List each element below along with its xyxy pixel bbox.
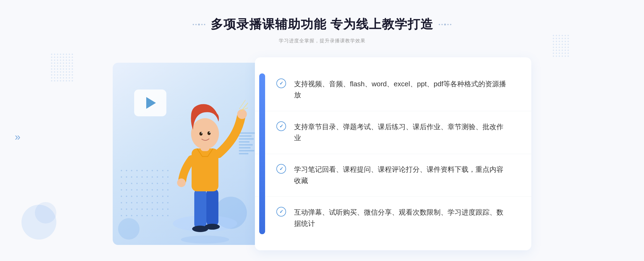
- header-section: 多项录播课辅助功能 专为线上教学打造 学习进度全掌握，提升录播课教学效果: [193, 16, 452, 44]
- left-chevron-decoration: »: [15, 131, 19, 143]
- svg-point-12: [207, 131, 211, 135]
- feature-divider-1: [255, 111, 531, 111]
- title-dots-left: [193, 24, 205, 25]
- feature-text-2: 支持章节目录、弹题考试、课后练习、课后作业、章节测验、批改作业: [294, 121, 510, 144]
- play-button[interactable]: [134, 90, 166, 116]
- content-area: for(let i=0;i<80;i++) document.currentSc…: [113, 57, 531, 250]
- feature-item-3: ✓ 学习笔记回看、课程提问、课程评论打分、课件资料下载，重点内容收藏: [276, 159, 510, 192]
- svg-rect-2: [194, 189, 206, 229]
- svg-point-1: [181, 236, 229, 244]
- check-mark-4: ✓: [279, 209, 283, 214]
- dot-pattern-left: for(let i=0;i<80;i++) document.currentSc…: [51, 54, 73, 81]
- check-circle-1: ✓: [276, 79, 286, 88]
- feature-divider-2: [255, 154, 531, 154]
- check-mark-2: ✓: [279, 124, 283, 129]
- svg-point-14: [209, 132, 210, 133]
- sub-title: 学习进度全掌握，提升录播课教学效果: [193, 38, 452, 44]
- dot-5: [204, 24, 205, 25]
- dot-10: [450, 24, 451, 25]
- feature-divider-3: [255, 196, 531, 197]
- dot-6: [439, 24, 440, 25]
- feature-item-4: ✓ 互动弹幕、试听购买、微信分享、观看次数限制、学习进度跟踪、数据统计: [276, 202, 510, 234]
- check-circle-2: ✓: [276, 121, 286, 131]
- feature-text-1: 支持视频、音频、flash、word、excel、ppt、pdf等各种格式的资源…: [294, 79, 510, 101]
- dot-1: [193, 24, 194, 25]
- feature-text-4: 互动弹幕、试听购买、微信分享、观看次数限制、学习进度跟踪、数据统计: [294, 207, 510, 229]
- check-circle-3: ✓: [276, 164, 286, 174]
- svg-point-11: [199, 132, 203, 136]
- svg-point-5: [205, 224, 220, 230]
- svg-point-10: [191, 118, 219, 149]
- dot-2: [195, 24, 197, 25]
- bg-circle-2: [35, 202, 56, 223]
- dot-3: [198, 24, 200, 25]
- check-mark-3: ✓: [279, 166, 283, 171]
- svg-rect-3: [206, 189, 218, 226]
- features-card: ✓ 支持视频、音频、flash、word、excel、ppt、pdf等各种格式的…: [255, 57, 531, 250]
- dot-8: [444, 24, 446, 25]
- play-triangle-icon: [146, 97, 156, 109]
- check-mark-1: ✓: [279, 81, 283, 86]
- blue-bar-decoration: [259, 73, 265, 234]
- svg-point-8: [177, 178, 186, 187]
- circle-decoration-2: [118, 218, 140, 240]
- main-title: 多项录播课辅助功能 专为线上教学打造: [211, 16, 434, 33]
- feature-item-1: ✓ 支持视频、音频、flash、word、excel、ppt、pdf等各种格式的…: [276, 73, 510, 106]
- check-circle-4: ✓: [276, 207, 286, 217]
- header-decoration: 多项录播课辅助功能 专为线上教学打造: [193, 16, 452, 33]
- page-wrapper: for(let i=0;i<80;i++) document.currentSc…: [0, 0, 644, 261]
- person-svg: [162, 95, 248, 245]
- feature-item-2: ✓ 支持章节目录、弹题考试、课后练习、课后作业、章节测验、批改作业: [276, 116, 510, 149]
- title-dots-right: [439, 24, 451, 25]
- person-figure: [162, 95, 248, 245]
- illustration-card: for(let i=0;i<80;i++) document.currentSc…: [113, 63, 263, 245]
- svg-point-7: [237, 109, 247, 119]
- dot-7: [441, 24, 443, 25]
- dot-pattern-right: for(let i=0;i<48;i++) document.currentSc…: [553, 35, 569, 57]
- illustration-dots: for(let i=0;i<80;i++) document.currentSc…: [121, 170, 169, 218]
- svg-point-13: [201, 132, 202, 133]
- feature-text-3: 学习笔记回看、课程提问、课程评论打分、课件资料下载，重点内容收藏: [294, 164, 510, 186]
- dot-4: [201, 24, 203, 25]
- dot-9: [447, 24, 449, 25]
